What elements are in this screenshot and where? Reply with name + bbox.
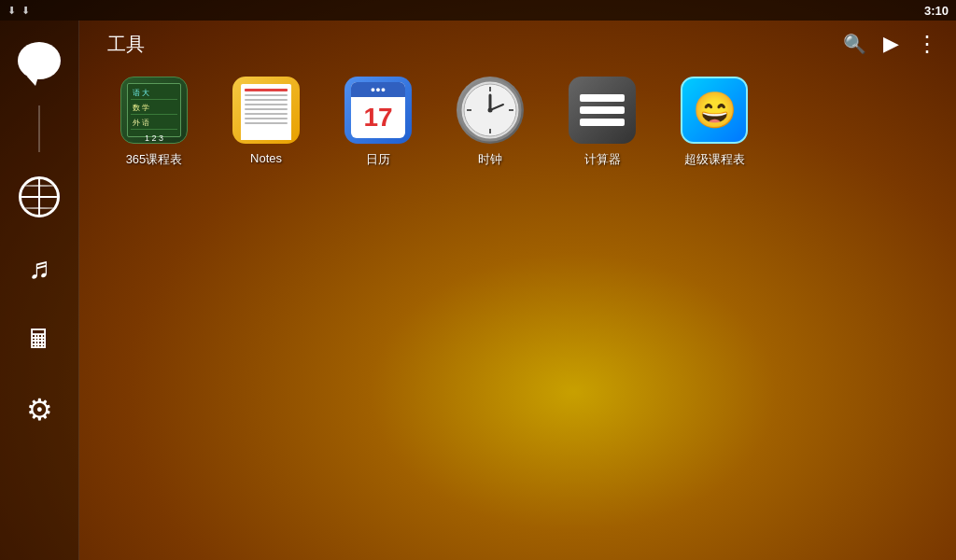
page-title: 工具 xyxy=(107,32,145,57)
sidebar-item-settings[interactable]: ⚙ xyxy=(13,384,65,436)
app-clock[interactable]: 时钟 xyxy=(443,77,537,168)
sidebar: ♬ 🖩 ⚙ xyxy=(0,21,79,560)
top-bar-actions: 🔍 ▶ ⋮ xyxy=(843,31,937,57)
sidebar-item-calculator[interactable]: 🖩 xyxy=(13,313,65,365)
status-bar: ⬇ ⬇ 3:10 xyxy=(0,0,956,21)
more-button[interactable]: ⋮ xyxy=(916,31,937,57)
app-notes-label: Notes xyxy=(250,151,282,165)
app-365-label: 365课程表 xyxy=(126,151,183,168)
download-icon-1: ⬇ xyxy=(7,5,16,17)
calc-icon: 🖩 xyxy=(26,324,52,355)
top-bar: 工具 🔍 ▶ ⋮ xyxy=(79,21,956,67)
app-calculator-label: 计算器 xyxy=(584,151,621,168)
clock-display: 3:10 xyxy=(924,4,949,18)
app-calendar-label: 日历 xyxy=(366,151,390,168)
sidebar-divider xyxy=(38,105,40,152)
search-button[interactable]: 🔍 xyxy=(843,33,866,55)
play-store-button[interactable]: ▶ xyxy=(883,32,899,56)
svg-point-8 xyxy=(488,108,493,113)
app-super-schedule[interactable]: 😄 超级课程表 xyxy=(668,77,761,168)
sidebar-item-music[interactable]: ♬ xyxy=(13,242,65,294)
app-clock-label: 时钟 xyxy=(478,151,502,168)
app-super-label: 超级课程表 xyxy=(684,151,745,168)
apps-grid: 语大 数学 外语 1 2 3 365课程表 xyxy=(79,67,956,177)
status-bar-left: ⬇ ⬇ xyxy=(7,5,30,17)
app-calculator[interactable]: 计算器 xyxy=(555,77,649,168)
main-area: 工具 🔍 ▶ ⋮ 语大 数学 外语 1 2 3 365课程表 xyxy=(79,21,956,560)
sidebar-item-chat[interactable] xyxy=(13,35,65,87)
app-calendar[interactable]: ●●● 17 日历 xyxy=(331,77,425,168)
clock-icon xyxy=(457,77,524,144)
gear-icon: ⚙ xyxy=(26,392,53,427)
music-icon: ♬ xyxy=(28,251,50,286)
app-365-schedule[interactable]: 语大 数学 外语 1 2 3 365课程表 xyxy=(107,77,201,168)
download-icon-2: ⬇ xyxy=(21,5,30,17)
sidebar-item-browser[interactable] xyxy=(13,171,65,223)
app-notes[interactable]: Notes xyxy=(219,77,313,168)
